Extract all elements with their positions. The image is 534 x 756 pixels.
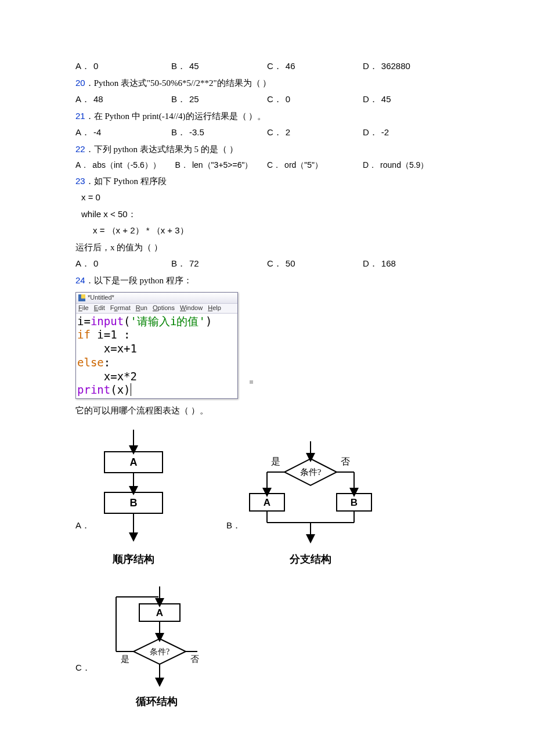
ide-menu-edit[interactable]: Edit bbox=[94, 304, 105, 311]
q23: 23．如下 Python 程序段 bbox=[75, 173, 459, 190]
q19-opt-b: B．45 bbox=[171, 58, 267, 75]
q24-text: ．以下是一段 python 程序： bbox=[85, 276, 192, 285]
q20-opt-d: D．45 bbox=[363, 91, 459, 108]
q22-opt-c: C．ord（"5"） bbox=[267, 157, 363, 173]
q21-opt-c: C．2 bbox=[267, 124, 363, 141]
page-marker-icon bbox=[250, 380, 253, 384]
ide-code-l6b: (x) bbox=[110, 383, 130, 396]
q20-opt-b: B．25 bbox=[171, 91, 267, 108]
ide-code-l1d: '请输入i的值' bbox=[131, 315, 205, 327]
ide-code-l4b: : bbox=[104, 356, 110, 369]
q20-options: A．48 B．25 C．0 D．45 bbox=[75, 91, 459, 108]
q20-opt-a: A．48 bbox=[75, 91, 171, 108]
q22-number: 22 bbox=[75, 144, 85, 154]
q23-opt-b: B．72 bbox=[171, 255, 267, 272]
ide-code-l2a: if bbox=[77, 328, 91, 341]
ide-code-l1c: ( bbox=[124, 315, 130, 327]
ide-code-l6a: print bbox=[77, 383, 110, 396]
q24-fig-b-letter: B． bbox=[226, 517, 244, 569]
ide-menu-file[interactable]: File bbox=[78, 304, 89, 311]
q22: 22．下列 python 表达式结果为 5 的是（ ） bbox=[75, 141, 459, 158]
q19-opt-c: C．46 bbox=[267, 58, 363, 75]
ide-menu-help[interactable]: Help bbox=[208, 304, 221, 311]
svg-text:A: A bbox=[264, 497, 270, 508]
ide-titlebar: *Untitled* bbox=[76, 293, 237, 304]
ide-code-l1a: i= bbox=[77, 315, 91, 327]
q24-fig-c: A 条件? 是 否 循环结构 bbox=[104, 586, 209, 711]
q21-number: 21 bbox=[75, 111, 85, 121]
q23-after: 运行后，x 的值为（ ） bbox=[75, 239, 459, 256]
ide-menu-run[interactable]: Run bbox=[136, 304, 147, 311]
ide-menu-window[interactable]: Window bbox=[180, 304, 203, 311]
svg-text:B: B bbox=[351, 497, 358, 508]
svg-text:A: A bbox=[156, 607, 163, 618]
ide-code-l2b: i=1 : bbox=[91, 328, 131, 341]
q24-after: 它的可以用哪个流程图表达（ ）。 bbox=[75, 402, 459, 419]
ide-code-l5: x=x*2 bbox=[77, 370, 137, 383]
svg-rect-1 bbox=[81, 294, 85, 298]
q24-figs-row1: A． A B 顺序结构 B． bbox=[75, 430, 459, 569]
q21-opt-d: D．-2 bbox=[363, 124, 459, 141]
ide-editor[interactable]: i=input('请输入i的值') if i=1 : x=x+1 else: x… bbox=[76, 314, 237, 399]
q21-options: A．-4 B．-3.5 C．2 D．-2 bbox=[75, 124, 459, 141]
q20: 20．Python 表达式"50-50%6*5//2**2"的结果为（ ） bbox=[75, 75, 459, 92]
q24-fig-c-letter: C． bbox=[75, 660, 93, 711]
q24-figs-row2: C． A 条件? 是 bbox=[75, 586, 459, 711]
q22-opt-a: A．abs（int（-5.6）） bbox=[75, 157, 175, 173]
q23-opt-d: D．168 bbox=[363, 255, 459, 272]
q24-fig-c-caption: 循环结构 bbox=[136, 692, 178, 711]
q24-number: 24 bbox=[75, 275, 85, 285]
q23-code-l3: x = （x + 2） * （x + 3） bbox=[75, 222, 459, 239]
q20-text: ．Python 表达式"50-50%6*5//2**2"的结果为（ ） bbox=[85, 78, 272, 88]
ide-code-l1b: input bbox=[91, 315, 124, 327]
q21-opt-a: A．-4 bbox=[75, 124, 171, 141]
ide-code-l1e: ) bbox=[205, 315, 212, 327]
flowchart-loop-icon: A 条件? 是 否 bbox=[104, 586, 209, 688]
ide-code-l4: else bbox=[77, 356, 104, 369]
ide-code-l3: x=x+1 bbox=[77, 342, 137, 355]
q21-text: ．在 Python 中 print(-14//4)的运行结果是（ ）。 bbox=[85, 111, 266, 121]
flowchart-branch-icon: 条件? 是 A 否 B bbox=[244, 441, 377, 546]
q21-opt-b: B．-3.5 bbox=[171, 124, 267, 141]
ide-menu-options[interactable]: Options bbox=[153, 304, 175, 311]
svg-text:条件?: 条件? bbox=[300, 467, 322, 477]
q23-opt-c: C．50 bbox=[267, 255, 363, 272]
svg-text:条件?: 条件? bbox=[150, 647, 169, 656]
q22-options: A．abs（int（-5.6）） B．len（"3+5>=6"） C．ord（"… bbox=[75, 157, 459, 173]
svg-text:是: 是 bbox=[121, 654, 129, 664]
q22-opt-b: B．len（"3+5>=6"） bbox=[175, 157, 267, 173]
svg-text:是: 是 bbox=[271, 456, 280, 466]
svg-text:否: 否 bbox=[190, 654, 199, 664]
flowchart-sequence-icon: A B bbox=[93, 430, 174, 546]
svg-text:否: 否 bbox=[341, 456, 350, 466]
q19-opt-a: A．0 bbox=[75, 58, 171, 75]
ide-menubar: File Edit Format Run Options Window Help bbox=[76, 304, 237, 314]
q21: 21．在 Python 中 print(-14//4)的运行结果是（ ）。 bbox=[75, 108, 459, 125]
q23-options: A．0 B．72 C．50 D．168 bbox=[75, 255, 459, 272]
svg-text:A: A bbox=[130, 456, 138, 468]
q24-fig-a-letter: A． bbox=[75, 517, 93, 569]
svg-text:B: B bbox=[130, 497, 138, 509]
q24: 24．以下是一段 python 程序： bbox=[75, 272, 459, 289]
q23-number: 23 bbox=[75, 176, 85, 186]
ide-title-text: *Untitled* bbox=[88, 294, 114, 302]
ide-window: *Untitled* File Edit Format Run Options … bbox=[75, 292, 238, 399]
python-idle-icon bbox=[78, 294, 85, 301]
q23-code-l1: x = 0 bbox=[75, 189, 459, 206]
q22-text: ．下列 python 表达式结果为 5 的是（ ） bbox=[85, 145, 238, 154]
q24-fig-b: 条件? 是 A 否 B 分支结构 bbox=[244, 441, 377, 569]
q20-number: 20 bbox=[75, 78, 85, 88]
q19-opt-d: D．362880 bbox=[363, 58, 459, 75]
q24-fig-b-caption: 分支结构 bbox=[290, 549, 331, 569]
ide-menu-format[interactable]: Format bbox=[110, 304, 131, 311]
q19-options: A．0 B．45 C．46 D．362880 bbox=[75, 58, 459, 75]
q24-fig-a: A B 顺序结构 bbox=[93, 430, 174, 569]
q23-code-l2: while x < 50： bbox=[75, 206, 459, 223]
q23-text: ．如下 Python 程序段 bbox=[85, 177, 167, 186]
q22-opt-d: D．round（5.9） bbox=[363, 157, 459, 173]
q23-opt-a: A．0 bbox=[75, 255, 171, 272]
q20-opt-c: C．0 bbox=[267, 91, 363, 108]
q24-fig-a-caption: 顺序结构 bbox=[113, 549, 154, 569]
